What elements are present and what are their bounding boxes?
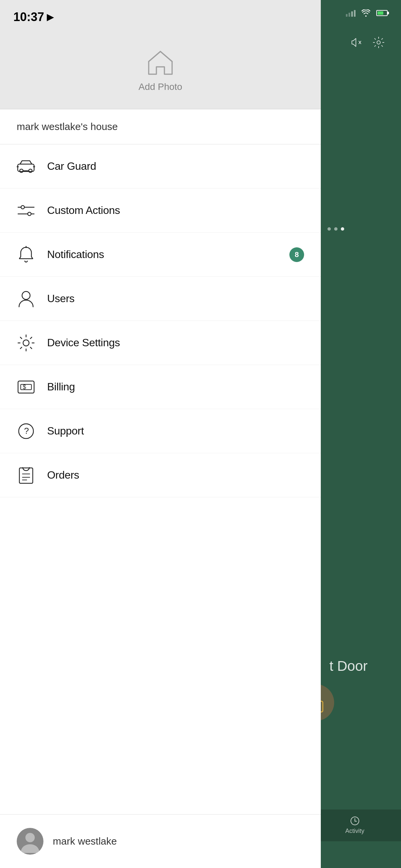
user-avatar [17, 828, 43, 855]
settings-icon [17, 334, 35, 352]
user-icon [17, 289, 35, 308]
activity-icon [350, 816, 360, 826]
menu-list: Car Guard Custom Actions [0, 145, 321, 814]
support-icon: ? [17, 422, 35, 440]
menu-item-device-settings[interactable]: Device Settings [0, 321, 321, 365]
notifications-label: Notifications [47, 248, 104, 261]
orders-label: Orders [47, 469, 79, 481]
front-door-label: t Door [330, 658, 368, 674]
menu-item-support[interactable]: ? Support [0, 409, 321, 453]
page-dots [328, 227, 344, 230]
house-name: mark westlake's house [0, 109, 321, 145]
gear-icon[interactable] [373, 37, 384, 48]
dot-1 [328, 227, 331, 230]
menu-item-car-guard[interactable]: Car Guard [0, 145, 321, 188]
orders-icon [17, 466, 35, 484]
house-icon [145, 48, 176, 78]
house-icon-container: Add Photo [139, 48, 182, 92]
activity-tab-label: Activity [345, 828, 364, 835]
notification-badge: 8 [289, 247, 304, 262]
menu-item-users[interactable]: Users [0, 277, 321, 321]
user-name: mark westlake [53, 836, 117, 847]
custom-actions-label: Custom Actions [47, 204, 120, 217]
wifi-icon [362, 9, 370, 17]
svg-text:?: ? [24, 426, 29, 436]
menu-item-orders[interactable]: Orders [0, 453, 321, 497]
time-display: 10:37 ▶ [13, 10, 54, 24]
location-arrow-icon: ▶ [47, 12, 54, 22]
svg-point-13 [29, 169, 32, 173]
svg-point-12 [20, 169, 23, 173]
users-label: Users [47, 292, 74, 305]
billing-icon: $ [17, 378, 35, 396]
sliders-icon [17, 201, 35, 220]
dot-2 [334, 227, 338, 230]
svg-point-21 [23, 340, 29, 346]
car-guard-icon [17, 157, 35, 176]
svg-point-16 [21, 206, 24, 209]
svg-point-20 [22, 291, 30, 300]
photo-area[interactable]: Add Photo [0, 31, 321, 109]
menu-item-notifications[interactable]: Notifications 8 [0, 232, 321, 277]
tab-activity[interactable]: Activity [345, 816, 364, 835]
support-label: Support [47, 425, 84, 437]
status-bar-right [346, 9, 388, 17]
bell-icon [17, 245, 35, 264]
sound-icon[interactable] [351, 37, 363, 48]
svg-point-2 [377, 41, 380, 44]
car-guard-label: Car Guard [47, 160, 96, 173]
battery-icon [376, 10, 388, 16]
menu-item-billing[interactable]: $ Billing [0, 365, 321, 409]
menu-item-custom-actions[interactable]: Custom Actions [0, 188, 321, 232]
signal-icon [346, 9, 356, 17]
svg-point-18 [28, 212, 31, 216]
time-value: 10:37 [13, 10, 44, 24]
svg-point-31 [25, 833, 35, 842]
left-drawer: 10:37 ▶ Add Photo mark westlake's house [0, 0, 321, 868]
device-settings-label: Device Settings [47, 337, 120, 349]
dot-3 [341, 227, 344, 230]
add-photo-label: Add Photo [139, 82, 182, 92]
battery-fill [378, 11, 383, 15]
user-profile[interactable]: mark westlake [0, 814, 321, 868]
status-bar-left: 10:37 ▶ [0, 0, 321, 31]
billing-label: Billing [47, 381, 75, 393]
top-right-icons [351, 37, 384, 48]
